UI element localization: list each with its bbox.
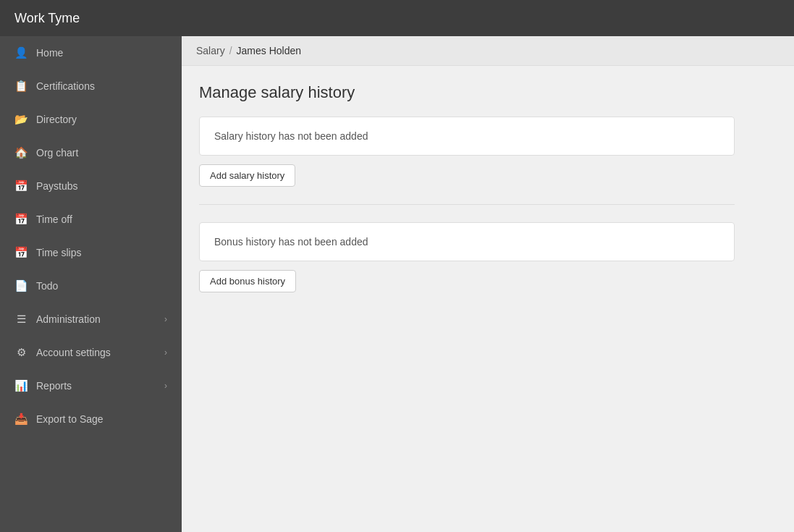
sidebar-item-label-org-chart: Org chart (36, 147, 78, 159)
sidebar-item-label-certifications: Certifications (36, 80, 95, 92)
sidebar: 👤Home📋Certifications📂Directory🏠Org chart… (0, 36, 182, 532)
sidebar-item-todo[interactable]: 📄Todo (0, 269, 182, 303)
salary-section: Salary history has not been added Add sa… (199, 117, 777, 187)
time-off-icon: 📅 (14, 213, 28, 226)
sidebar-item-label-home: Home (36, 47, 63, 59)
account-settings-icon: ⚙ (14, 346, 28, 359)
bonus-empty-message: Bonus history has not been added (199, 222, 735, 261)
sidebar-item-paystubs[interactable]: 📅Paystubs (0, 169, 182, 203)
section-divider (199, 204, 735, 205)
main-content: Manage salary history Salary history has… (182, 66, 794, 532)
reports-chevron-icon: › (164, 381, 167, 391)
account-settings-chevron-icon: › (164, 347, 167, 358)
sidebar-item-org-chart[interactable]: 🏠Org chart (0, 136, 182, 169)
certifications-icon: 📋 (14, 80, 28, 93)
bonus-section: Bonus history has not been added Add bon… (199, 222, 777, 292)
sidebar-item-home[interactable]: 👤Home (0, 36, 182, 69)
sidebar-item-label-paystubs: Paystubs (36, 180, 78, 192)
sidebar-item-label-administration: Administration (36, 313, 101, 325)
sidebar-item-label-export-to-sage: Export to Sage (36, 413, 104, 425)
administration-chevron-icon: › (164, 314, 167, 324)
sidebar-item-export-to-sage[interactable]: 📥Export to Sage (0, 402, 182, 436)
breadcrumb-parent[interactable]: Salary (196, 45, 225, 56)
org-chart-icon: 🏠 (14, 146, 28, 159)
breadcrumb-separator: / (229, 45, 232, 56)
administration-icon: ☰ (14, 313, 28, 326)
sidebar-item-label-account-settings: Account settings (36, 347, 111, 358)
reports-icon: 📊 (14, 379, 28, 392)
sidebar-item-directory[interactable]: 📂Directory (0, 103, 182, 136)
paystubs-icon: 📅 (14, 180, 28, 193)
sidebar-item-certifications[interactable]: 📋Certifications (0, 69, 182, 103)
sidebar-item-administration[interactable]: ☰Administration› (0, 303, 182, 336)
app-title: Work Tyme (14, 11, 80, 26)
sidebar-item-time-off[interactable]: 📅Time off (0, 203, 182, 236)
sidebar-item-label-time-slips: Time slips (36, 247, 82, 258)
sidebar-item-reports[interactable]: 📊Reports› (0, 369, 182, 402)
topbar: Work Tyme (0, 0, 794, 36)
home-icon: 👤 (14, 46, 28, 59)
add-bonus-history-button[interactable]: Add bonus history (199, 270, 296, 292)
sidebar-item-account-settings[interactable]: ⚙Account settings› (0, 336, 182, 369)
main-layout: 👤Home📋Certifications📂Directory🏠Org chart… (0, 36, 794, 532)
time-slips-icon: 📅 (14, 246, 28, 259)
export-to-sage-icon: 📥 (14, 413, 28, 426)
todo-icon: 📄 (14, 279, 28, 292)
page-title: Manage salary history (199, 83, 777, 102)
salary-empty-message: Salary history has not been added (199, 117, 735, 156)
sidebar-item-time-slips[interactable]: 📅Time slips (0, 236, 182, 269)
sidebar-item-label-directory: Directory (36, 114, 77, 125)
sidebar-item-label-todo: Todo (36, 280, 58, 292)
sidebar-item-label-reports: Reports (36, 380, 72, 392)
add-salary-history-button[interactable]: Add salary history (199, 164, 295, 187)
breadcrumb: Salary / James Holden (182, 36, 794, 66)
content-area: Salary / James Holden Manage salary hist… (182, 36, 794, 532)
sidebar-item-label-time-off: Time off (36, 214, 72, 225)
directory-icon: 📂 (14, 113, 28, 126)
breadcrumb-current: James Holden (237, 45, 302, 56)
